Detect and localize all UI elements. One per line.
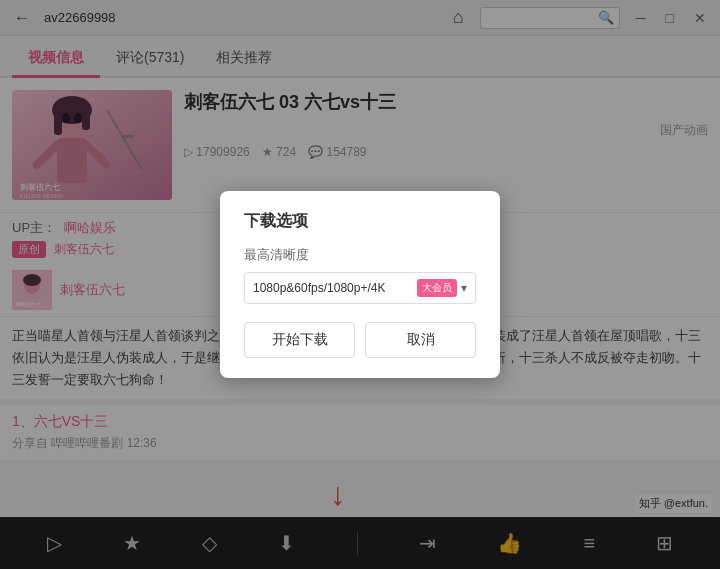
quality-select-row: 1080p&60fps/1080p+/4K 大会员 ▾ (244, 272, 476, 304)
download-modal: 下载选项 最高清晰度 1080p&60fps/1080p+/4K 大会员 ▾ 开… (220, 191, 500, 378)
modal-buttons: 开始下载 取消 (244, 322, 476, 358)
cancel-button[interactable]: 取消 (365, 322, 476, 358)
modal-title: 下载选项 (244, 211, 476, 232)
quality-select-wrapper[interactable]: 1080p&60fps/1080p+/4K 大会员 ▾ (244, 272, 476, 304)
start-download-button[interactable]: 开始下载 (244, 322, 355, 358)
select-arrow-icon: ▾ (461, 281, 467, 295)
quality-value: 1080p&60fps/1080p+/4K (253, 281, 413, 295)
vip-badge: 大会员 (417, 279, 457, 297)
modal-overlay: 下载选项 最高清晰度 1080p&60fps/1080p+/4K 大会员 ▾ 开… (0, 0, 720, 569)
quality-label: 最高清晰度 (244, 246, 476, 264)
